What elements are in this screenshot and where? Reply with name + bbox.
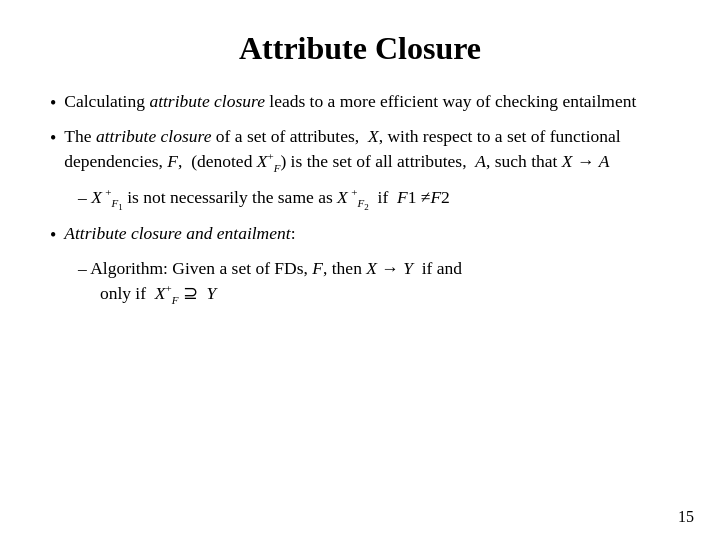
bullet-1: • Calculating attribute closure leads to… — [50, 89, 670, 116]
bullet-symbol-3: • — [50, 222, 56, 248]
slide-content: • Calculating attribute closure leads to… — [50, 89, 670, 510]
sub-text-2: – Algorithm: Given a set of FDs, F, then… — [78, 256, 670, 309]
bullet-symbol-1: • — [50, 90, 56, 116]
bullet-3: • Attribute closure and entailment: — [50, 221, 670, 248]
slide: Attribute Closure • Calculating attribut… — [0, 0, 720, 540]
sub-item-1: – X +F1 is not necessarily the same as X… — [78, 185, 670, 215]
sub-item-2: – Algorithm: Given a set of FDs, F, then… — [78, 256, 670, 309]
bullet-text-3: Attribute closure and entailment: — [64, 221, 670, 246]
sub-text-1: – X +F1 is not necessarily the same as X… — [78, 185, 670, 215]
bullet-text-1: Calculating attribute closure leads to a… — [64, 89, 670, 114]
bullet-text-2: The attribute closure of a set of attrib… — [64, 124, 670, 177]
page-number: 15 — [678, 508, 694, 526]
slide-title: Attribute Closure — [50, 30, 670, 67]
bullet-symbol-2: • — [50, 125, 56, 151]
bullet-2: • The attribute closure of a set of attr… — [50, 124, 670, 177]
